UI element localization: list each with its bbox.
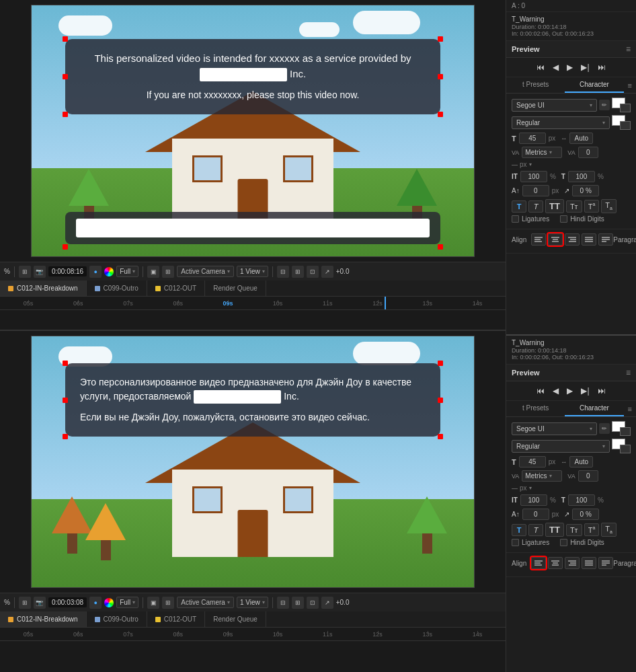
preview-menu-icon-bottom[interactable]: ≡ (626, 368, 631, 377)
resolution-dropdown-top[interactable]: Full ▾ (116, 266, 138, 277)
t-btn-sub-top[interactable]: Ta (601, 199, 617, 213)
t-btn-allcaps-top[interactable]: TT (545, 199, 564, 213)
swatch-dark-bottom[interactable] (620, 427, 631, 436)
export-btn-top[interactable]: ↗ (321, 266, 333, 278)
align-center-bottom[interactable] (548, 557, 563, 569)
tab-render-bottom[interactable]: Render Queue (205, 611, 266, 627)
tracking-val-top[interactable]: Auto (569, 133, 593, 144)
t-btn-allcaps-bottom[interactable]: TT (545, 523, 564, 537)
hindi-checkbox-bottom[interactable] (560, 539, 567, 546)
handle-br-b[interactable] (438, 434, 443, 439)
view-dropdown-bottom[interactable]: 1 View ▾ (237, 597, 268, 608)
handle-tl[interactable] (63, 36, 68, 42)
export-btn-bottom[interactable]: ↗ (321, 597, 333, 609)
font-edit-icon-bottom[interactable]: ✏ (599, 423, 610, 434)
handle-mr[interactable] (438, 74, 443, 79)
active-camera-top[interactable]: Active Camera ▾ (177, 266, 234, 277)
aspect-btn-bottom[interactable]: ⊞ (162, 597, 174, 609)
handle-ml-b[interactable] (63, 398, 68, 403)
tabs-menu-bottom[interactable]: ≡ (624, 405, 636, 413)
baseline-val-bottom[interactable]: 0 (578, 470, 598, 482)
tsumi-val-bottom[interactable]: 0 % (572, 509, 599, 520)
t-btn-sub-bottom[interactable]: Ta (601, 523, 617, 536)
scope-btn-bottom[interactable]: ⊡ (307, 597, 319, 609)
font-size-field-bottom[interactable]: 45 (519, 456, 546, 468)
grid-btn-top[interactable]: ⊞ (292, 266, 304, 278)
next-frame-top[interactable]: ▶| (580, 61, 590, 73)
frame-btn-bottom[interactable]: ⊞ (19, 597, 31, 609)
align-justify-bottom[interactable] (582, 557, 596, 569)
align-left-bottom[interactable] (531, 557, 546, 569)
scale-v-val-bottom[interactable]: 100 (568, 494, 595, 506)
kerning-dropdown-bottom[interactable]: Metrics ▾ (522, 470, 562, 482)
align-right-top[interactable] (565, 233, 580, 246)
hindi-checkbox-top[interactable] (560, 215, 567, 223)
t-btn-super-top[interactable]: Ta (584, 200, 600, 213)
handle-ml[interactable] (63, 74, 68, 79)
grid-btn-bottom[interactable]: ⊞ (292, 597, 304, 609)
t-btn-smallcaps-bottom[interactable]: Tт (566, 524, 582, 536)
rainbow-btn-top[interactable] (104, 267, 114, 276)
frame-btn-top[interactable]: ⊞ (19, 266, 31, 278)
input-handle-r[interactable] (438, 244, 443, 250)
align-justify-last-bottom[interactable] (598, 557, 613, 569)
font-style-dropdown-bottom[interactable]: Regular ▾ (512, 440, 610, 453)
tabs-menu-top[interactable]: ≡ (624, 81, 636, 89)
aspect-btn-top[interactable]: ⊞ (162, 266, 174, 278)
goto-end-top[interactable]: ⏭ (596, 61, 607, 73)
scale-v-val-top[interactable]: 100 (568, 171, 595, 182)
align-justify-last-top[interactable] (598, 233, 613, 246)
character-tab-bottom[interactable]: Character (565, 401, 623, 416)
color-btn-top[interactable]: ● (89, 266, 102, 278)
camera-btn-top[interactable]: 📷 (34, 266, 46, 278)
font-style-dropdown-top[interactable]: Regular ▾ (512, 116, 610, 129)
font-name-dropdown-top[interactable]: Segoe UI ▾ (512, 99, 597, 112)
handle-br[interactable] (438, 112, 443, 117)
align-right-bottom[interactable] (565, 557, 580, 569)
kerning-dropdown-top[interactable]: Metrics ▾ (522, 147, 562, 158)
font-name-dropdown-bottom[interactable]: Segoe UI ▾ (512, 422, 597, 435)
prev-frame-top[interactable]: ◀ (551, 61, 560, 73)
preview-menu-icon-top[interactable]: ≡ (626, 44, 631, 54)
handle-tl-b[interactable] (63, 361, 68, 366)
active-camera-bottom[interactable]: Active Camera ▾ (177, 597, 234, 608)
scope-btn-top[interactable]: ⊡ (307, 266, 319, 278)
rainbow-btn-bottom[interactable] (104, 598, 114, 607)
input-field-top[interactable] (76, 219, 430, 237)
goto-start-bottom[interactable]: ⏮ (535, 385, 546, 397)
t-btn-regular-top[interactable]: T (512, 200, 526, 213)
monitor-btn-top[interactable]: ▣ (147, 266, 159, 278)
camera-btn-bottom[interactable]: 📷 (34, 597, 46, 609)
t-btn-regular-bottom[interactable]: T (512, 524, 526, 536)
tab-c012in-bottom[interactable]: C012-IN-Breakdown (0, 611, 87, 627)
play-top[interactable]: ▶ (565, 61, 574, 73)
align-left-top[interactable] (531, 233, 546, 246)
overlay-btn-bottom[interactable]: ⊟ (277, 597, 289, 609)
scale-h-val-top[interactable]: 100 (520, 171, 547, 182)
baseline-shift-val-bottom[interactable]: 0 (522, 509, 549, 520)
handle-bl-b[interactable] (63, 434, 68, 439)
play-bottom[interactable]: ▶ (565, 385, 574, 397)
tab-render-top[interactable]: Render Queue (205, 281, 266, 296)
presets-tab-bottom[interactable]: t Presets (506, 401, 565, 416)
resolution-dropdown-bottom[interactable]: Full ▾ (116, 597, 138, 608)
goto-start-top[interactable]: ⏮ (535, 61, 546, 73)
color-btn-bottom[interactable]: ● (89, 597, 102, 609)
baseline-shift-val-top[interactable]: 0 (522, 185, 549, 196)
character-tab-top[interactable]: Character (565, 77, 623, 93)
swatch-dark2-bottom[interactable] (620, 445, 631, 453)
tab-c012in-top[interactable]: C012-IN-Breakdown (0, 281, 87, 296)
handle-tr-b[interactable] (438, 361, 443, 366)
tab-c012out-bottom[interactable]: C012-OUT (147, 611, 205, 627)
ligatures-checkbox-top[interactable] (512, 215, 519, 223)
tab-c099-top[interactable]: C099-Outro (87, 281, 147, 296)
view-dropdown-top[interactable]: 1 View ▾ (237, 266, 268, 277)
t-btn-smallcaps-top[interactable]: Tт (566, 200, 582, 213)
handle-bl[interactable] (63, 112, 68, 117)
goto-end-bottom[interactable]: ⏭ (596, 385, 607, 397)
swatch-dark-top[interactable] (620, 104, 631, 112)
tracking-val-bottom[interactable]: Auto (569, 456, 593, 468)
tsumi-val-top[interactable]: 0 % (572, 185, 599, 196)
handle-mr-b[interactable] (438, 398, 443, 403)
t-btn-super-bottom[interactable]: Ta (584, 523, 600, 536)
